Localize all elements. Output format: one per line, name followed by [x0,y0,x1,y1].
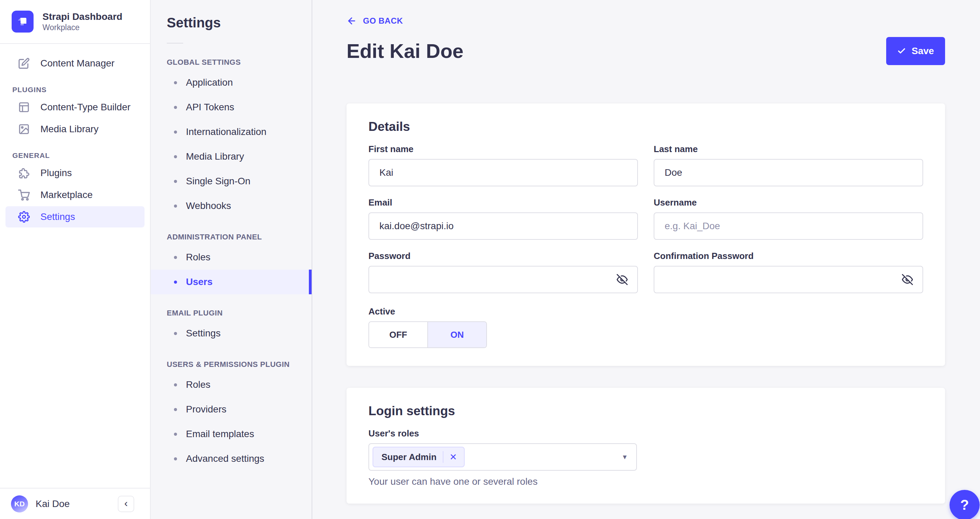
username-group: Username [654,197,923,240]
subnav-section-title: ADMINISTRATION PANEL [167,232,312,242]
email-label: Email [368,197,638,208]
image-icon [18,123,30,135]
sidebar-item-label: Marketplace [40,189,93,201]
subnav-title: Settings [167,15,312,30]
sidebar-item-label: Plugins [40,167,72,178]
sidebar-nav: Content Manager PLUGINS Content-Type Bui… [0,44,150,228]
subnav-item-label: Media Library [186,151,244,162]
brand-block: Strapi Dashboard Workplace [0,0,150,44]
gear-icon [18,211,30,223]
help-button[interactable]: ? [950,490,980,519]
go-back-label: GO BACK [363,16,403,26]
main-content: GO BACK Edit Kai Doe Save Details First … [312,0,980,519]
subnav-section-title: GLOBAL SETTINGS [167,58,312,67]
active-toggle-on[interactable]: ON [427,322,486,347]
page-title: Edit Kai Doe [347,40,464,62]
toggle-confirm-password-visibility-button[interactable] [900,273,914,287]
active-group: Active OFF ON [368,306,638,348]
check-icon [897,46,906,56]
roles-hint-text: Your user can have one or several roles [368,476,923,487]
sidebar-item-plugins[interactable]: Plugins [5,162,145,184]
sidebar-item-media-library[interactable]: Media Library [5,119,145,140]
subnav-item-label: Single Sign-On [186,176,250,187]
last-name-field[interactable] [654,159,923,186]
details-form: First name Last name Email [368,144,923,348]
password-field[interactable] [368,266,638,293]
user-roles-select[interactable]: Super Admin ✕ ▾ [368,443,637,471]
subnav-item-email-settings[interactable]: Settings [151,321,312,345]
subnav-item-label: Roles [186,252,211,263]
active-label: Active [368,306,638,317]
active-toggle-off[interactable]: OFF [369,322,427,347]
subnav-item-media-library[interactable]: Media Library [151,144,312,169]
strapi-admin-app: Strapi Dashboard Workplace Content Manag… [0,0,980,519]
tag-separator [443,451,444,463]
subnav-item-up-email-templates[interactable]: Email templates [151,422,312,446]
last-name-group: Last name [654,144,923,186]
details-card: Details First name Last name Email [347,103,945,366]
layout-grid-icon [18,101,30,113]
subnav-item-api-tokens[interactable]: API Tokens [151,95,312,119]
role-tag-super-admin: Super Admin ✕ [372,447,465,467]
subnav-item-label: Advanced settings [186,453,264,464]
subnav-section-title: EMAIL PLUGIN [167,309,312,318]
first-name-group: First name [368,144,638,186]
collapse-sidebar-button[interactable]: ‹ [118,496,134,512]
email-field[interactable] [368,212,638,240]
subnav-section-global-settings: GLOBAL SETTINGS Application API Tokens I… [151,58,312,218]
page-header: Edit Kai Doe Save [347,37,945,65]
arrow-left-icon [347,16,357,26]
puzzle-icon [18,167,30,179]
subnav-item-up-providers[interactable]: Providers [151,397,312,422]
subnav-item-internationalization[interactable]: Internationalization [151,119,312,144]
login-settings-title: Login settings [368,404,923,419]
sidebar-item-label: Content Manager [40,58,115,69]
confirm-password-group: Confirmation Password [654,251,923,293]
main-sidebar: Strapi Dashboard Workplace Content Manag… [0,0,151,519]
sidebar-item-content-manager[interactable]: Content Manager [5,53,145,74]
question-mark-icon: ? [960,497,969,513]
email-group: Email [368,197,638,240]
sidebar-section-plugins: PLUGINS [12,86,150,94]
user-block: KD Kai Doe [11,495,70,513]
sidebar-item-settings[interactable]: Settings [5,206,145,228]
subnav-item-label: Application [186,77,233,88]
login-settings-card: Login settings User's roles Super Admin … [347,388,945,503]
eye-off-icon [902,274,913,285]
sidebar-item-content-type-builder[interactable]: Content-Type Builder [5,97,145,118]
go-back-link[interactable]: GO BACK [347,16,403,26]
sidebar-item-marketplace[interactable]: Marketplace [5,184,145,205]
username-field[interactable] [654,212,923,240]
subnav-item-single-sign-on[interactable]: Single Sign-On [151,169,312,194]
subnav-item-webhooks[interactable]: Webhooks [151,194,312,218]
sidebar-footer: KD Kai Doe ‹ [0,488,150,519]
subnav-item-admin-roles[interactable]: Roles [151,245,312,270]
toggle-password-visibility-button[interactable] [615,273,629,287]
subnav-item-up-advanced-settings[interactable]: Advanced settings [151,446,312,471]
remove-role-icon[interactable]: ✕ [450,452,457,462]
subnav-item-application[interactable]: Application [151,70,312,95]
last-name-label: Last name [654,144,923,154]
password-label: Password [368,251,638,261]
sidebar-item-label: Settings [40,212,75,222]
save-button[interactable]: Save [886,37,945,65]
subnav-item-label: API Tokens [186,102,234,113]
password-group: Password [368,251,638,293]
subnav-section-title: USERS & PERMISSIONS PLUGIN [167,360,312,369]
subnav-section-email-plugin: EMAIL PLUGIN Settings [151,309,312,345]
subnav-item-admin-users[interactable]: Users [151,270,312,294]
user-roles-label: User's roles [368,428,923,438]
chevron-down-icon[interactable]: ▾ [623,452,627,462]
subnav-item-up-roles[interactable]: Roles [151,373,312,397]
cart-icon [18,189,30,201]
subnav-item-label: Webhooks [186,201,231,212]
sidebar-item-label: Media Library [40,124,99,135]
confirm-password-field[interactable] [654,266,923,293]
first-name-label: First name [368,144,638,154]
subnav-item-label: Providers [186,404,226,415]
eye-off-icon [617,274,628,285]
save-button-label: Save [912,46,934,57]
first-name-field[interactable] [368,159,638,186]
sidebar-item-label: Content-Type Builder [40,102,130,113]
brand-text: Strapi Dashboard Workplace [43,11,122,32]
